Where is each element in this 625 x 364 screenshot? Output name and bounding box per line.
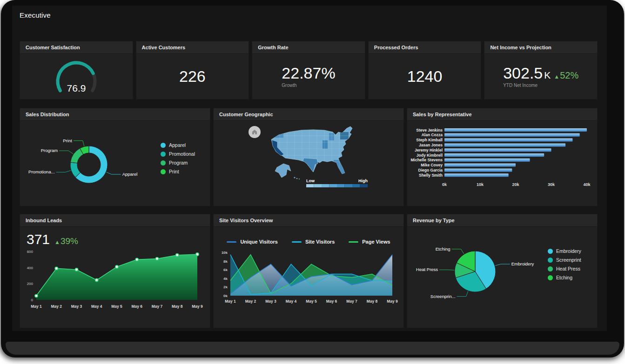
legend-swatch [548, 275, 553, 280]
legend-item-Etching[interactable]: Etching [548, 275, 581, 280]
y-tick: 0k [223, 294, 228, 298]
label-leader-line [56, 171, 71, 172]
legend-label: Screenprint [556, 257, 581, 263]
kpi-card-growth-rate: Growth Rate 22.87% Growth [252, 41, 365, 99]
panel-title: Processed Orders [374, 45, 418, 50]
x-tick: May 7 [346, 299, 357, 304]
x-tick: May 2 [51, 304, 62, 309]
kpi-value: 1240 [407, 68, 443, 85]
panel-header: Sales by Representative [407, 108, 597, 121]
state-alaska[interactable] [275, 164, 291, 178]
bar-Michelle Stevens[interactable] [444, 159, 530, 162]
state-michigan[interactable] [329, 133, 334, 140]
panel-header: Processed Orders [369, 41, 481, 54]
state-hawaii[interactable] [294, 177, 300, 179]
legend-swatch [548, 266, 553, 271]
bar-Alan Cozza[interactable] [444, 133, 580, 137]
pie-legend: EmbroideryScreenprintHeat PressEtching [548, 248, 581, 280]
kpi-card-processed-orders: Processed Orders 1240 [368, 41, 482, 99]
x-tick: May 6 [326, 299, 337, 304]
data-point[interactable] [35, 294, 38, 297]
bar-Steve Jenkins[interactable] [444, 128, 587, 132]
legend-swatch [161, 169, 166, 174]
kpi-unit: K [544, 70, 551, 81]
panel-revenue-by-type: Revenue by Type EmbroideryScreenprin...H… [407, 214, 598, 328]
bar-Jasan Jones[interactable] [444, 143, 565, 146]
leads-area [36, 254, 197, 300]
x-tick: May 8 [172, 304, 183, 309]
site-visitors-svg: 10k8k6k4k2k0kMay 1May 2May 3May 4May 5Ma… [214, 227, 404, 329]
up-arrow-icon: ▲ [54, 239, 60, 245]
bar-Steph Kimball[interactable] [444, 139, 572, 142]
data-point[interactable] [95, 278, 98, 281]
gauge-value: 76.9 [67, 83, 86, 93]
x-tick: May 9 [192, 304, 203, 309]
kpi-subtitle: Growth [282, 83, 335, 88]
legend-item-Embroidery[interactable]: Embroidery [548, 248, 581, 254]
panel-sales-by-representative: Sales by Representative Steve JenkinsAla… [407, 108, 598, 206]
data-point[interactable] [135, 258, 138, 261]
legend-item-Program[interactable]: Program [161, 160, 195, 165]
data-point[interactable] [75, 268, 78, 271]
panel-header: Sales Distribution [20, 108, 210, 121]
slice-label: Apparel [122, 172, 138, 177]
x-tick: 0k [442, 182, 447, 187]
panel-title: Customer Satisfaction [26, 45, 80, 50]
legend-item-Screenprint[interactable]: Screenprint [548, 257, 581, 263]
panel-title: Active Customers [142, 45, 186, 50]
data-point[interactable] [115, 265, 118, 268]
data-point[interactable] [196, 253, 199, 256]
legend-label: Apparel [169, 142, 186, 148]
kpi-card-active-customers: Active Customers 226 [136, 41, 249, 99]
state-illinois[interactable] [323, 140, 328, 149]
panel-title: Site Visitors Overview [219, 218, 273, 223]
x-tick: 10k [477, 182, 484, 187]
x-tick: May 6 [131, 304, 142, 309]
y-tick: 600 [27, 250, 34, 254]
us-choropleth-map[interactable]: Low High [214, 121, 404, 207]
legend-item-Promotional[interactable]: Promotional [161, 151, 195, 157]
panel-header: Customer Satisfaction [20, 41, 133, 54]
category-label: Jasan Jones [419, 143, 443, 147]
legend-item-Apparel[interactable]: Apparel [161, 142, 195, 148]
panel-site-visitors: Site Visitors Overview Unique VisitorsSi… [213, 214, 404, 328]
category-label: Shelly Smith [419, 173, 443, 178]
label-leader-line [495, 264, 510, 265]
panel-title: Growth Rate [258, 45, 288, 50]
slice-label: Heat Press [416, 267, 438, 272]
legend-label: Embroidery [556, 248, 581, 254]
legend-label: Print [169, 169, 179, 174]
sales-by-rep-bar-chart: Steve JenkinsAlan CozzaSteph KimballJasa… [407, 121, 597, 206]
data-point[interactable] [155, 257, 158, 260]
scale-step [322, 184, 329, 187]
legend-item-Heat Press[interactable]: Heat Press [548, 266, 581, 271]
legend-swatch [161, 152, 166, 157]
slice-label: Etching [436, 246, 450, 251]
bar-Jeremy Hinklel[interactable] [444, 148, 551, 152]
legend-label: Heat Press [556, 266, 580, 271]
legend-swatch [548, 249, 553, 254]
bar-Shelly Smith[interactable] [444, 173, 509, 177]
page-title: Executive [20, 11, 51, 19]
panel-title: Revenue by Type [413, 218, 455, 223]
bar-Jody Kimbrell[interactable] [444, 153, 544, 157]
kpi-card-customer-satisfaction: Customer Satisfaction 76.9 [20, 41, 133, 99]
data-point[interactable] [55, 267, 58, 270]
scale-step [360, 184, 368, 187]
data-point[interactable] [176, 254, 179, 257]
panel-title: Net Income vs Projection [490, 45, 551, 50]
bar-Diego Garcia[interactable] [444, 168, 512, 172]
map-color-scale [306, 184, 368, 187]
category-label: Alan Cozza [422, 132, 443, 137]
panel-header: Active Customers [136, 41, 249, 54]
label-leader-line [59, 151, 73, 154]
bar-Mike Covey[interactable] [444, 164, 516, 167]
panel-header: Site Visitors Overview [214, 214, 403, 227]
y-tick: 200 [27, 282, 34, 286]
slice-label: Promotiona... [28, 169, 55, 174]
hbar-svg: Steve JenkinsAlan CozzaSteph KimballJasa… [407, 121, 598, 207]
x-tick: May 3 [265, 299, 276, 304]
x-tick: May 5 [111, 304, 122, 309]
category-label: Mike Covey [421, 163, 443, 167]
legend-item-Print[interactable]: Print [161, 169, 195, 174]
